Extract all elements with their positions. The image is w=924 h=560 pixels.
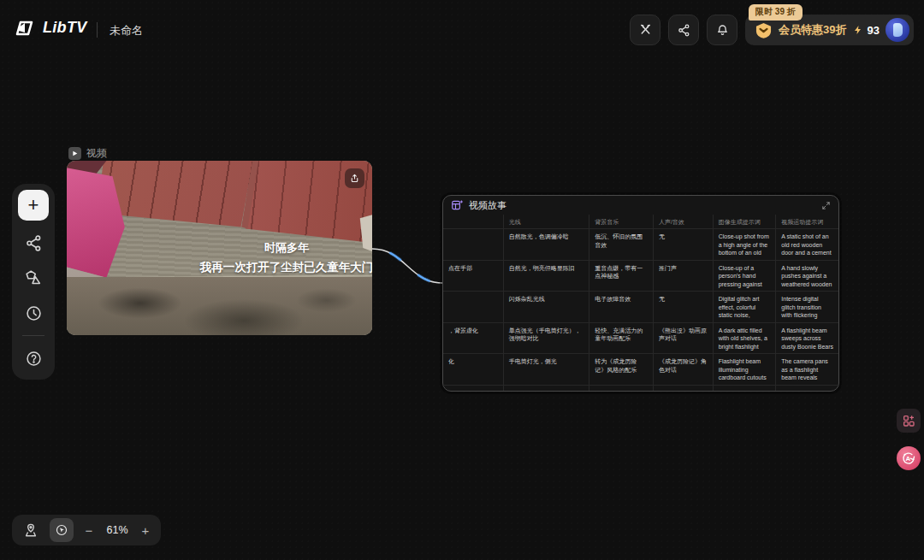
widgets-plus-icon	[902, 414, 915, 427]
translate-icon: A	[901, 451, 916, 466]
table-cell: 自然散光，色调偏冷暗	[503, 229, 589, 260]
table-cell	[443, 292, 503, 322]
widgets-button[interactable]	[897, 409, 921, 433]
vip-badge-icon	[755, 22, 773, 38]
avatar[interactable]	[886, 18, 909, 42]
table-cell: ，背景虚化	[443, 323, 503, 354]
table-cell: Digital glitch art effect, colorful stat…	[713, 292, 776, 322]
story-table-title: 视频故事	[469, 199, 816, 212]
notifications-button[interactable]	[707, 15, 737, 45]
table-cell: 轻快、充满活力的童年动画配乐	[589, 323, 653, 354]
export-button[interactable]	[345, 168, 364, 188]
table-cell: 化	[443, 354, 503, 385]
story-table-body: 自然散光，色调偏冷暗低沉、怀旧的氛围音效无Close-up shot from …	[443, 229, 838, 391]
workflow-button[interactable]	[21, 230, 46, 256]
table-cell: The camera pans as a flashlight beam rev…	[775, 354, 838, 385]
share-button[interactable]	[668, 15, 699, 45]
tools-button[interactable]	[630, 15, 660, 45]
table-cell	[443, 386, 503, 392]
column-header: 图像生成提示词	[713, 215, 776, 228]
expand-icon[interactable]	[821, 201, 831, 210]
story-table[interactable]: 光线背景音乐人声/音效图像生成提示词视频运动提示词 自然散光，色调偏冷暗低沉、怀…	[443, 215, 838, 391]
logo-icon	[14, 20, 36, 37]
column-header: 光线	[503, 215, 589, 228]
table-cell: 低沉、怀旧的氛围音效	[589, 229, 653, 260]
clock-icon	[25, 304, 43, 322]
table-row[interactable]: 化手电筒灯光，侧光转为《成龙历险记》风格的配乐《成龙历险记》角色对话Flashl…	[443, 354, 838, 386]
table-cell	[653, 386, 713, 392]
column-header: 视频运动提示词	[775, 215, 838, 228]
map-pin-icon	[22, 522, 39, 539]
video-node-label: 视频	[68, 146, 107, 161]
zoom-level[interactable]: 61%	[104, 524, 130, 536]
table-cell: A dark attic filled with old shelves, a …	[713, 323, 776, 354]
column-header	[443, 215, 503, 228]
minimap-button[interactable]	[21, 520, 41, 540]
table-cell: 《成龙历险记》角色对话	[653, 354, 713, 385]
table-cell: A flashlight beam sweeps across dusty Bo…	[775, 323, 838, 354]
table-cell: 《熊出没》动画原声对话	[653, 323, 713, 354]
workflow-nodes-icon	[25, 234, 43, 252]
lightning-icon	[853, 24, 863, 36]
interact-mode-button[interactable]	[50, 518, 74, 542]
shapes-icon	[24, 268, 43, 287]
top-bar: LibTV 未命名	[0, 0, 924, 53]
table-cell: Intense digital glitch transition with f…	[775, 292, 838, 322]
assets-button[interactable]	[21, 265, 46, 291]
video-node-label-text: 视频	[86, 146, 107, 161]
table-cell	[503, 386, 589, 392]
table-cell: 闪烁杂乱光线	[503, 292, 589, 322]
pointer-mode-icon	[55, 523, 68, 537]
video-subtitle-2: 我再一次打开了尘封已久童年大门	[200, 260, 372, 275]
history-button[interactable]	[21, 300, 46, 326]
table-cell	[713, 386, 776, 392]
help-button[interactable]	[21, 345, 46, 371]
table-cell: 无	[653, 292, 713, 322]
table-row[interactable]: 点在手部自然光，明亮但略显陈旧重音点缀，带有一点神秘感推门声Close-up o…	[443, 261, 838, 292]
story-table-header: 视频故事	[443, 196, 838, 215]
table-row-partial	[443, 386, 838, 392]
app-name: LibTV	[43, 19, 87, 37]
app-logo[interactable]: LibTV	[14, 19, 87, 37]
translate-button[interactable]: A	[897, 446, 921, 470]
canvas[interactable]: LibTV 未命名	[0, 0, 924, 560]
video-node[interactable]: 时隔多年 我再一次打开了尘封已久童年大门	[67, 161, 372, 335]
story-table-node[interactable]: 视频故事 光线背景音乐人声/音效图像生成提示词视频运动提示词 自然散光，色调偏冷…	[442, 195, 839, 392]
avatar-door-icon	[893, 23, 903, 37]
table-cell: A hand slowly pushes against a weathered…	[775, 261, 838, 292]
table-cell: 转为《成龙历险记》风格的配乐	[589, 354, 653, 385]
table-cell	[589, 386, 653, 392]
story-table-head: 光线背景音乐人声/音效图像生成提示词视频运动提示词	[443, 215, 838, 229]
table-cell: 手电筒灯光，侧光	[503, 354, 589, 385]
column-header: 背景音乐	[589, 215, 653, 228]
table-cell: A static shot of an old red wooden door …	[775, 229, 838, 260]
divider	[22, 335, 44, 336]
zoom-controls: − 61% +	[12, 515, 161, 545]
table-row[interactable]: 闪烁杂乱光线电子故障音效无Digital glitch art effect, …	[443, 292, 838, 323]
column-header: 人声/音效	[653, 215, 713, 228]
table-row[interactable]: 自然散光，色调偏冷暗低沉、怀旧的氛围音效无Close-up shot from …	[443, 229, 838, 261]
table-cell: 重音点缀，带有一点神秘感	[589, 261, 653, 292]
document-title[interactable]: 未命名	[110, 23, 143, 38]
membership-button[interactable]: 限时 39 折 会员特惠39折 93	[745, 15, 914, 45]
divider	[97, 22, 98, 38]
left-toolbar: +	[12, 184, 55, 380]
help-icon	[25, 350, 43, 368]
promo-badge: 限时 39 折	[749, 4, 803, 21]
table-cell: 无	[653, 229, 713, 260]
table-cell: Close-up of a person's hand pressing aga…	[713, 261, 776, 292]
table-cell: 推门声	[653, 261, 713, 292]
play-icon	[68, 147, 81, 160]
credits-count: 93	[868, 24, 880, 37]
table-cell: 单点强光（手电筒灯光），强明暗对比	[503, 323, 589, 354]
tools-icon	[638, 23, 653, 38]
bell-icon	[715, 23, 730, 38]
upload-icon	[349, 173, 360, 184]
table-cell: Close-up shot from a high angle of the b…	[713, 229, 776, 260]
table-row[interactable]: ，背景虚化单点强光（手电筒灯光），强明暗对比轻快、充满活力的童年动画配乐《熊出没…	[443, 323, 838, 355]
add-node-button[interactable]: +	[18, 190, 49, 221]
member-label: 会员特惠39折	[779, 22, 846, 38]
table-cell: 点在手部	[443, 261, 503, 292]
zoom-out-button[interactable]: −	[82, 523, 96, 538]
zoom-in-button[interactable]: +	[139, 523, 152, 538]
